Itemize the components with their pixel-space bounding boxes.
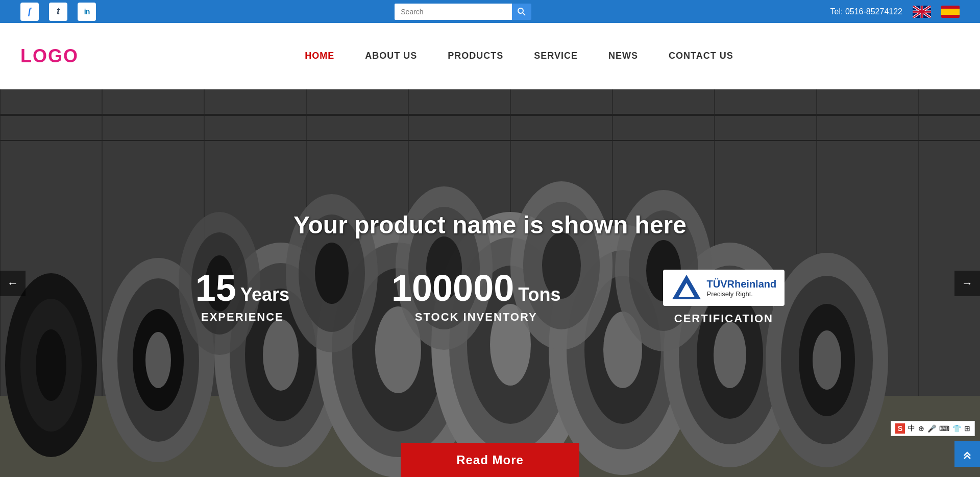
toolbar-shirt-icon[interactable]: 👕: [952, 424, 961, 433]
stat-experience: 15 Years EXPERIENCE: [195, 270, 289, 324]
hero-section: Your product name is shown here 15 Years…: [0, 89, 980, 477]
nav-home[interactable]: HOME: [305, 49, 334, 63]
certification-block: TÜVRheinland Precisely Right. CERTIFICAT…: [663, 270, 785, 325]
toolbar-grid-icon[interactable]: ⊞: [964, 424, 970, 433]
back-to-top-button[interactable]: [954, 441, 980, 467]
search-area: [395, 4, 531, 20]
search-button[interactable]: [512, 4, 531, 20]
main-nav: HOME ABOUT US PRODUCTS SERVICE NEWS CONT…: [79, 49, 960, 63]
tuv-sub: Precisely Right.: [707, 290, 777, 298]
certification-label: CERTIFICATION: [674, 312, 773, 325]
toolbar-keyboard-icon[interactable]: ⌨: [939, 424, 949, 433]
hero-next-button[interactable]: →: [954, 271, 980, 296]
toolbar-mic-icon[interactable]: 🎤: [927, 424, 936, 433]
top-bar-right: Tel: 0516-85274122: [830, 6, 960, 18]
stat-stock-unit: Tons: [518, 285, 560, 304]
hero-stats: 15 Years EXPERIENCE 100000 Tons STOCK IN…: [0, 270, 980, 325]
hero-content: Your product name is shown here 15 Years…: [0, 89, 980, 477]
toolbar-s-icon[interactable]: S: [895, 423, 905, 434]
facebook-icon[interactable]: f: [20, 3, 39, 21]
header: LOGO HOME ABOUT US PRODUCTS SERVICE NEWS…: [0, 23, 980, 89]
nav-service[interactable]: SERVICE: [534, 49, 578, 63]
tuv-name: TÜVRheinland: [707, 278, 777, 290]
toolbar-chinese-icon[interactable]: 中: [908, 424, 915, 433]
tuv-logo-icon: [671, 274, 702, 302]
flag-uk[interactable]: [913, 6, 931, 18]
nav-products[interactable]: PRODUCTS: [448, 49, 503, 63]
toolbar-wifi-icon[interactable]: ⊕: [918, 424, 924, 433]
chevron-up-icon: [962, 449, 972, 459]
flag-es[interactable]: [941, 6, 960, 18]
stat-stock-label: STOCK INVENTORY: [415, 311, 537, 324]
tuv-badge: TÜVRheinland Precisely Right.: [663, 270, 785, 306]
top-bar: f t in Tel: 0516-85274122: [0, 0, 980, 23]
tel-number: Tel: 0516-85274122: [830, 7, 902, 16]
tumblr-icon[interactable]: t: [49, 3, 67, 21]
stat-experience-unit: Years: [240, 285, 289, 304]
social-icons-group: f t in: [20, 3, 96, 21]
read-more-button[interactable]: Read More: [401, 443, 579, 477]
nav-about-us[interactable]: ABOUT US: [365, 49, 417, 63]
svg-point-0: [518, 8, 523, 13]
hero-prev-button[interactable]: ←: [0, 271, 26, 296]
search-icon: [518, 8, 526, 16]
floating-toolbar: S 中 ⊕ 🎤 ⌨ 👕 ⊞: [891, 421, 975, 436]
stat-experience-number: 15: [195, 270, 236, 306]
svg-line-1: [523, 13, 525, 15]
logo[interactable]: LOGO: [20, 45, 79, 67]
stat-stock-number: 100000: [391, 270, 514, 306]
stat-experience-label: EXPERIENCE: [201, 311, 284, 324]
search-input[interactable]: [395, 4, 512, 20]
linkedin-icon[interactable]: in: [78, 3, 96, 21]
nav-news[interactable]: NEWS: [608, 49, 638, 63]
hero-title: Your product name is shown here: [293, 211, 687, 239]
nav-contact-us[interactable]: CONTACT US: [669, 49, 733, 63]
stat-stock: 100000 Tons STOCK INVENTORY: [391, 270, 561, 324]
read-more-bar: Read More: [401, 443, 579, 477]
